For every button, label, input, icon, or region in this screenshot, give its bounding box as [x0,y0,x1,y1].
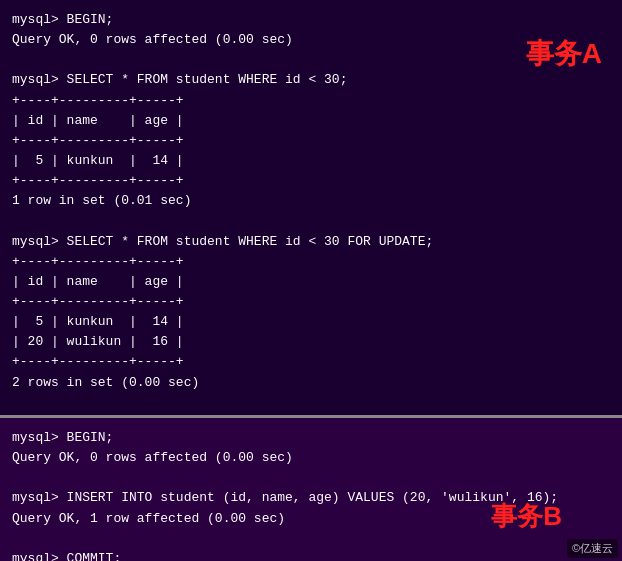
terminal-bottom-section: mysql> BEGIN;Query OK, 0 rows affected (… [0,418,622,561]
terminal-line: 1 row in set (0.01 sec) [12,191,610,211]
watermark: ©亿速云 [567,539,618,558]
terminal-line: | id | name | age | [12,111,610,131]
transaction-b-label: 事务B [491,499,562,534]
terminal-line: Query OK, 0 rows affected (0.00 sec) [12,448,610,468]
terminal-line: +----+---------+-----+ [12,91,610,111]
terminal-line: +----+---------+-----+ [12,131,610,151]
terminal-line [12,211,610,231]
terminal-line: +----+---------+-----+ [12,352,610,372]
terminal-top-section: mysql> BEGIN;Query OK, 0 rows affected (… [0,0,622,415]
terminal-line [12,50,610,70]
terminal-top-content: mysql> BEGIN;Query OK, 0 rows affected (… [12,10,610,415]
terminal-line: Query OK, 0 rows affected (0.00 sec) [12,30,610,50]
terminal-line: +----+---------+-----+ [12,171,610,191]
transaction-a-label: 事务A [526,35,602,73]
terminal-bottom-content: mysql> BEGIN;Query OK, 0 rows affected (… [12,428,610,561]
terminal-line: mysql> SELECT * FROM student WHERE id < … [12,232,610,252]
terminal-line: | id | name | age | [12,272,610,292]
terminal-line: | 20 | wulikun | 16 | [12,332,610,352]
terminal-line [12,468,610,488]
terminal-line: mysql> COMMIT; [12,549,610,561]
terminal-line [12,393,610,413]
terminal-line: 2 rows in set (0.00 sec) [12,373,610,393]
terminal-line: +----+---------+-----+ [12,252,610,272]
terminal-line: mysql> SELECT * FROM student WHERE id < … [12,70,610,90]
terminal-line: | 5 | kunkun | 14 | [12,151,610,171]
terminal-line: mysql> BEGIN; [12,428,610,448]
terminal-line: mysql> COMMIT; [12,413,610,415]
terminal-line: mysql> BEGIN; [12,10,610,30]
terminal-line: +----+---------+-----+ [12,292,610,312]
terminal-line: | 5 | kunkun | 14 | [12,312,610,332]
